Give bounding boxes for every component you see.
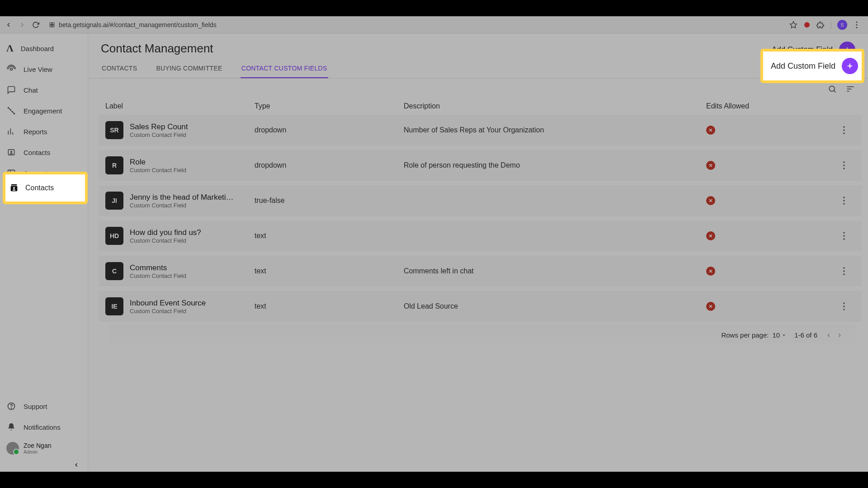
table-row[interactable]: R Role Custom Contact Field dropdown Rol… [99,150,862,181]
table-row[interactable]: JI Jenny is the head of Marketi… Custom … [99,185,862,216]
svg-point-59 [843,305,844,307]
svg-point-54 [843,270,844,272]
highlight-add-custom-field: Add Custom Field [760,49,864,83]
forward-button[interactable] [17,20,27,30]
tab-contact-custom-fields[interactable]: CONTACT CUSTOM FIELDS [241,62,328,78]
sidebar-item-reports[interactable]: Reports [0,121,88,142]
row-type: text [255,267,404,275]
svg-point-9 [10,68,13,70]
page-range: 1-6 of 6 [794,331,817,339]
svg-point-39 [843,164,844,166]
svg-point-38 [843,161,844,163]
chevron-right-icon [836,332,843,338]
more-vertical-icon [843,161,845,169]
svg-point-35 [843,132,844,134]
user-profile[interactable]: Zoe Ngan Admin [0,437,88,459]
sort-button[interactable] [845,84,855,94]
svg-point-11 [14,113,15,114]
svg-point-55 [843,273,844,275]
row-menu-button[interactable] [833,302,855,310]
svg-point-43 [843,197,844,198]
sidebar-item-label: Chat [24,86,81,94]
svg-point-58 [843,302,844,304]
svg-point-6 [856,21,857,23]
table-row[interactable]: IE Inbound Event Source Custom Contact F… [99,291,862,322]
row-menu-button[interactable] [833,267,855,275]
more-vertical-icon [843,232,845,240]
svg-point-50 [843,238,844,239]
more-vertical-icon [843,197,845,205]
edits-not-allowed-icon [706,126,715,135]
row-description: Number of Sales Reps at Your Organizatio… [404,126,706,134]
reload-button[interactable] [31,20,41,30]
next-page-button[interactable] [836,332,843,338]
sidebar-item-label: Dashboard [21,45,81,52]
row-type: text [255,302,404,310]
url-text: beta.getsignals.ai/#/contact_management/… [59,21,217,28]
row-type: dropdown [255,161,404,169]
sidebar-item-notifications[interactable]: Notifications [0,417,88,437]
more-vertical-icon [843,126,845,134]
chart-icon [6,127,16,136]
row-menu-button[interactable] [833,126,855,134]
sidebar-item-label: Support [24,403,81,410]
contacts-icon [6,147,16,157]
highlight-contacts-label[interactable]: Contacts [25,184,54,192]
svg-rect-1 [52,23,54,24]
profile-avatar[interactable]: S [837,20,847,30]
sidebar-item-label: Contacts [24,149,81,156]
back-button[interactable] [4,20,14,30]
sidebar-item-chat[interactable]: Chat [0,80,88,100]
add-custom-field-button[interactable] [842,58,858,74]
table-row[interactable]: C Comments Custom Contact Field text Com… [99,256,862,286]
app-logo[interactable]: Λ Dashboard [0,38,88,59]
column-description: Description [404,102,706,110]
chevron-left-icon [826,332,832,338]
svg-rect-0 [50,23,52,24]
sort-icon [846,84,855,94]
row-description: Role of person requesting the Demo [404,161,706,169]
extensions-icon[interactable] [816,21,825,29]
browser-toolbar: beta.getsignals.ai/#/contact_management/… [0,16,868,33]
chevron-left-icon [73,462,80,468]
bell-icon [6,422,16,432]
svg-point-64 [13,187,15,189]
sidebar-item-label: Live View [24,66,81,73]
sidebar-item-engagement[interactable]: Engagement [0,100,88,121]
row-sublabel: Custom Contact Field [130,167,186,174]
bookmark-star-icon[interactable] [789,21,797,29]
search-button[interactable] [827,84,837,94]
svg-rect-62 [11,184,17,186]
search-icon [828,84,837,94]
table-row[interactable]: SR Sales Rep Count Custom Contact Field … [99,115,862,145]
prev-page-button[interactable] [826,332,832,338]
svg-point-34 [843,129,844,131]
tab-contacts[interactable]: CONTACTS [101,62,138,78]
table-header: Label Type Description Edits Allowed [99,99,862,115]
svg-point-48 [843,232,844,233]
sidebar: Λ Dashboard Live View Chat Engagement [0,33,88,472]
rows-per-page-select[interactable]: 10 [772,331,786,339]
row-badge: R [105,156,123,174]
sidebar-item-contacts[interactable]: Contacts [0,142,88,163]
svg-point-49 [843,235,844,236]
row-menu-button[interactable] [833,197,855,205]
rows-per-page-label: Rows per page: [721,331,769,339]
collapse-sidebar-button[interactable] [0,459,88,472]
svg-marker-61 [783,334,785,336]
address-bar[interactable]: beta.getsignals.ai/#/contact_management/… [44,19,786,30]
sidebar-item-support[interactable]: Support [0,396,88,417]
browser-menu-icon[interactable] [853,21,861,29]
contacts-icon [9,183,19,193]
edits-not-allowed-icon [706,231,715,240]
chevron-down-icon [782,333,786,338]
sidebar-item-live-view[interactable]: Live View [0,59,88,80]
table-row[interactable]: HD How did you find us? Custom Contact F… [99,221,862,251]
row-menu-button[interactable] [833,232,855,240]
svg-rect-2 [50,25,52,27]
row-menu-button[interactable] [833,161,855,169]
tab-buying-committee[interactable]: BUYING COMMITTEE [155,62,223,78]
extension-badge-icon[interactable] [803,21,811,29]
sidebar-item-label: Notifications [24,423,81,431]
edits-not-allowed-icon [706,302,715,311]
